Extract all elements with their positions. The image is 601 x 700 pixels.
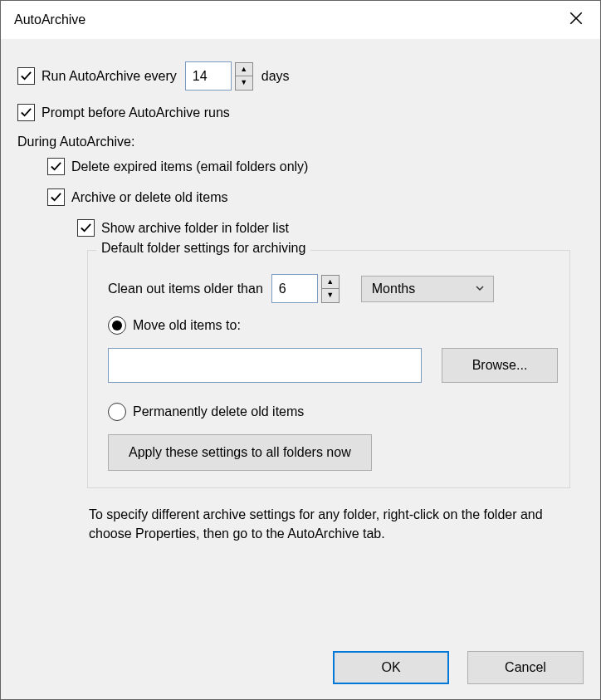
prompt-row: Prompt before AutoArchive runs — [17, 104, 584, 121]
run-every-input[interactable] — [185, 61, 232, 91]
cancel-label: Cancel — [505, 660, 546, 675]
ok-label: OK — [381, 660, 400, 675]
archive-delete-checkbox[interactable] — [47, 188, 65, 206]
move-path-input[interactable] — [108, 348, 422, 383]
clean-out-row: Clean out items older than ▲ ▼ Months — [100, 274, 558, 303]
dialog-buttons: OK Cancel — [333, 651, 584, 684]
default-folder-fieldset: Default folder settings for archiving Cl… — [87, 250, 570, 488]
browse-button[interactable]: Browse... — [442, 348, 558, 383]
chevron-down-icon — [475, 281, 485, 296]
clean-out-down-button[interactable]: ▼ — [321, 289, 340, 303]
during-label: During AutoArchive: — [17, 135, 134, 149]
delete-expired-checkbox[interactable] — [47, 158, 65, 175]
run-every-label-prefix: Run AutoArchive every — [42, 69, 177, 84]
apply-all-label: Apply these settings to all folders now — [129, 445, 351, 460]
move-old-row: Move old items to: — [100, 316, 558, 335]
ok-button[interactable]: OK — [333, 651, 449, 684]
unit-dropdown[interactable]: Months — [361, 276, 494, 302]
archive-delete-row: Archive or delete old items — [17, 188, 584, 206]
chevron-up-icon: ▲ — [326, 278, 334, 286]
run-every-label-suffix: days — [261, 69, 290, 84]
show-archive-row: Show archive folder in folder list — [17, 219, 584, 237]
during-row: During AutoArchive: — [17, 135, 584, 149]
run-every-up-button[interactable]: ▲ — [235, 62, 253, 76]
clean-out-input[interactable] — [271, 274, 318, 303]
clean-out-spinner: ▲ ▼ — [321, 275, 340, 303]
close-icon — [569, 11, 584, 29]
hint-text: To specify different archive settings fo… — [17, 488, 584, 550]
prompt-checkbox[interactable] — [17, 104, 35, 121]
delete-expired-label: Delete expired items (email folders only… — [71, 159, 308, 174]
dialog-content: Run AutoArchive every ▲ ▼ days Prompt be… — [1, 40, 600, 558]
move-old-label: Move old items to: — [133, 318, 241, 333]
browse-button-label: Browse... — [472, 358, 528, 373]
clean-out-label: Clean out items older than — [108, 281, 263, 296]
titlebar: AutoArchive — [1, 1, 600, 40]
clean-out-up-button[interactable]: ▲ — [321, 275, 340, 289]
perm-delete-label: Permanently delete old items — [133, 404, 304, 419]
prompt-label: Prompt before AutoArchive runs — [42, 105, 230, 120]
close-button[interactable] — [559, 2, 594, 37]
chevron-down-icon: ▼ — [326, 291, 334, 299]
chevron-up-icon: ▲ — [240, 66, 247, 73]
apply-all-button[interactable]: Apply these settings to all folders now — [108, 434, 372, 471]
apply-row: Apply these settings to all folders now — [100, 434, 558, 471]
dialog-title: AutoArchive — [14, 12, 86, 27]
run-every-checkbox[interactable] — [17, 67, 35, 85]
show-archive-checkbox[interactable] — [77, 219, 95, 237]
cancel-button[interactable]: Cancel — [467, 651, 584, 684]
run-every-row: Run AutoArchive every ▲ ▼ days — [17, 61, 584, 91]
move-old-radio[interactable] — [108, 316, 126, 335]
move-path-row: Browse... — [100, 348, 558, 383]
unit-selected-label: Months — [372, 281, 415, 296]
delete-expired-row: Delete expired items (email folders only… — [17, 158, 584, 175]
autoarchive-dialog: AutoArchive Run AutoArchive every ▲ ▼ da… — [0, 0, 601, 700]
run-every-spinner: ▲ ▼ — [235, 62, 253, 91]
show-archive-label: Show archive folder in folder list — [101, 221, 289, 236]
chevron-down-icon: ▼ — [240, 79, 247, 86]
archive-delete-label: Archive or delete old items — [71, 190, 228, 205]
perm-delete-row: Permanently delete old items — [100, 403, 558, 421]
fieldset-legend: Default folder settings for archiving — [96, 241, 310, 256]
perm-delete-radio[interactable] — [108, 403, 126, 421]
run-every-down-button[interactable]: ▼ — [235, 76, 253, 91]
